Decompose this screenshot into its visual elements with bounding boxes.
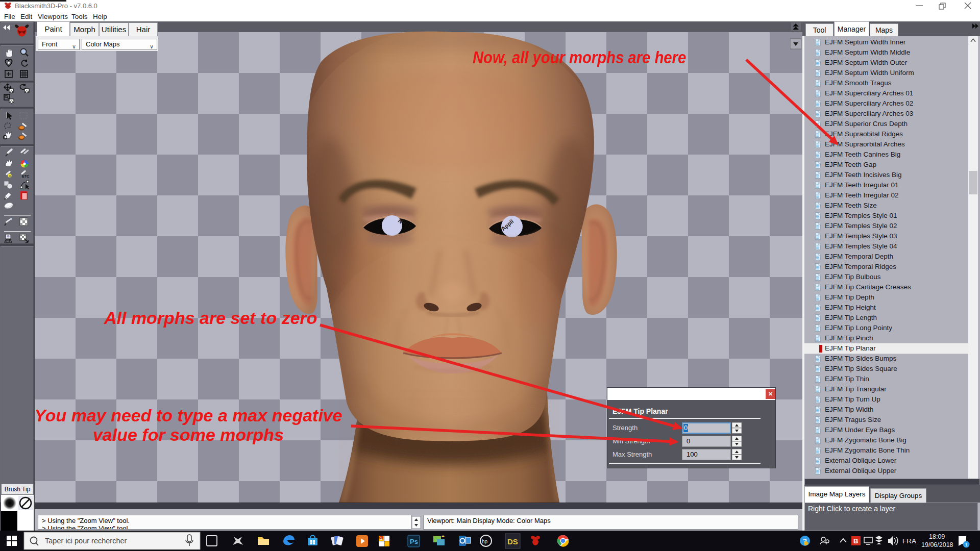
svg-text:1: 1 <box>965 542 968 547</box>
svg-text:Taper ici pour rechercher: Taper ici pour rechercher <box>45 537 127 545</box>
svg-text:hp: hp <box>482 539 488 544</box>
svg-text:DS: DS <box>507 537 518 546</box>
svg-text:1: 1 <box>380 536 382 541</box>
svg-text:FRA: FRA <box>902 537 916 545</box>
svg-text:18:09: 18:09 <box>929 533 945 540</box>
svg-text:Ps: Ps <box>410 538 418 545</box>
svg-text:ETC: ETC <box>22 174 29 178</box>
svg-text:B: B <box>853 537 858 545</box>
svg-text:19/06/2018: 19/06/2018 <box>921 541 953 548</box>
